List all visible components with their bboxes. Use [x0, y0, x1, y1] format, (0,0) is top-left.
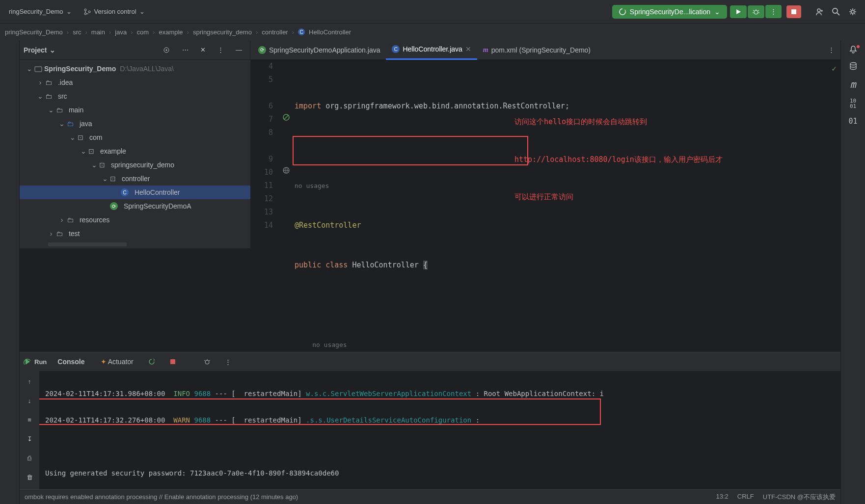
bc-com[interactable]: com: [137, 28, 149, 36]
run-tool-window: Run Console ✦ Actuator ⋮ ↑ ↓ ≡ ↧: [20, 352, 840, 489]
database-icon: [849, 62, 858, 71]
run-button[interactable]: [730, 5, 747, 18]
rerun-icon: [619, 8, 626, 15]
settings-button[interactable]: [844, 4, 861, 19]
search-everywhere-button[interactable]: [828, 4, 844, 19]
caret-position[interactable]: 13:2: [716, 493, 728, 502]
bp-debug-button[interactable]: [200, 355, 215, 369]
tree-root[interactable]: ⌄ SpringSecurity_Demo D:\JavaALL\Java\: [20, 62, 250, 76]
project-selector[interactable]: ringSecurity_Demo ⌄: [4, 5, 77, 18]
bp-rerun-button[interactable]: [144, 355, 160, 369]
tab-pom[interactable]: m pom.xml (SpringSecurity_Demo): [477, 40, 596, 60]
more-run-button[interactable]: ⋮: [765, 5, 782, 18]
binary-button[interactable]: 1001: [850, 98, 856, 109]
spring-run-icon: ⟳: [110, 202, 118, 210]
index-button[interactable]: 01: [848, 117, 857, 126]
tree-com[interactable]: ⌄⊡ com: [20, 131, 250, 144]
tree-demo[interactable]: ⌄⊡ springsecurity_demo: [20, 158, 250, 172]
generated-password-line: Using generated security password: 7123a…: [45, 469, 339, 477]
tree-hello-controller[interactable]: C HelloController: [20, 186, 250, 199]
tree-main[interactable]: ⌄🗀 main: [20, 103, 250, 117]
bug-icon: [753, 8, 759, 15]
run-configuration-selector[interactable]: SpringSecurityDe...lication ⌄: [612, 5, 727, 19]
left-tool-sidebar[interactable]: [0, 40, 20, 504]
annotation-comment: 访问这个hello接口的时候会自动跳转到 http://localhost:80…: [514, 91, 723, 229]
bc-src[interactable]: src: [73, 28, 81, 36]
stop-icon: [790, 8, 797, 15]
code-with-me-button[interactable]: [811, 4, 828, 19]
chevron-down-icon: ⌄: [714, 8, 720, 16]
console-tab[interactable]: Console: [53, 356, 89, 368]
bc-main[interactable]: main: [91, 28, 105, 36]
root-path: D:\JavaALL\Java\: [120, 65, 174, 73]
usages-hint[interactable]: no usages: [295, 182, 329, 189]
bc-java[interactable]: java: [115, 28, 127, 36]
database-button[interactable]: [849, 62, 858, 71]
tree-resources[interactable]: ›🗀 resources: [20, 213, 250, 227]
class-icon: C: [121, 188, 129, 196]
console-output[interactable]: 2024-02-11T14:17:31.986+08:00 INFO 9688 …: [39, 371, 840, 489]
svg-point-6: [833, 8, 838, 13]
debug-button[interactable]: [748, 5, 764, 18]
scroll-down-button[interactable]: ↓: [24, 394, 35, 407]
chevron-down-icon[interactable]: ⌄: [50, 46, 55, 54]
scroll-up-button[interactable]: ↑: [24, 375, 35, 388]
tree-java[interactable]: ⌄🗀 java: [20, 117, 250, 131]
code-editor[interactable]: 4 5 6 7 8 9 10 11 12 13 14: [250, 60, 840, 352]
tree-src[interactable]: ⌄🗀 src: [20, 89, 250, 103]
notifications-button[interactable]: [849, 45, 858, 54]
bp-more-button[interactable]: ⋮: [221, 355, 235, 369]
usages-hint[interactable]: no usages: [312, 341, 347, 348]
tree-app-class[interactable]: ⟳ SpringSecurityDemoA: [20, 199, 250, 213]
soft-wrap-button[interactable]: ≡: [24, 413, 35, 426]
scroll-to-end-button[interactable]: ↧: [23, 432, 36, 446]
expand-all-button[interactable]: ⋯: [178, 43, 192, 57]
svg-point-3: [754, 10, 758, 14]
tree-example[interactable]: ⌄⊡ example: [20, 144, 250, 158]
bp-stop-button[interactable]: [165, 355, 180, 368]
top-title-bar: ringSecurity_Demo ⌄ Version control ⌄ Sp…: [0, 0, 865, 24]
project-panel-header: Project ⌄ ⋯ ✕ ⋮ —: [20, 40, 250, 60]
print-button[interactable]: ⎙: [24, 451, 35, 465]
tree-test[interactable]: ›🗀 test: [20, 227, 250, 240]
bc-demo[interactable]: springsecurity_demo: [193, 28, 252, 36]
editor-tabs-options[interactable]: ⋮: [824, 43, 838, 56]
clear-button[interactable]: 🗑: [23, 471, 37, 484]
tree-controller[interactable]: ⌄⊡ controller: [20, 172, 250, 186]
collapse-all-button[interactable]: ✕: [196, 43, 210, 57]
project-tree[interactable]: ⌄ SpringSecurity_Demo D:\JavaALL\Java\ ›…: [20, 60, 250, 248]
gutter-no-entry-icon[interactable]: [282, 113, 291, 122]
console-side-actions: ↑ ↓ ≡ ↧ ⎙ 🗑: [20, 371, 39, 489]
tree-idea[interactable]: ›🗀 .idea: [20, 76, 250, 89]
stop-button[interactable]: [786, 5, 801, 18]
bc-project[interactable]: pringSecurity_Demo: [5, 28, 63, 36]
root-label: SpringSecurity_Demo: [44, 65, 116, 73]
bc-file[interactable]: HelloController: [309, 28, 351, 36]
tree-scrollbar[interactable]: [48, 242, 127, 246]
line-separator[interactable]: CRLF: [737, 493, 754, 502]
bc-example[interactable]: example: [159, 28, 183, 36]
version-control-selector[interactable]: Version control ⌄: [79, 5, 150, 19]
status-message[interactable]: ombok requires enabled annotation proces…: [25, 493, 298, 501]
close-tab-button[interactable]: ✕: [465, 45, 471, 53]
tab-hello-controller[interactable]: C HelloController.java ✕: [386, 40, 477, 60]
project-panel-title: Project: [24, 46, 47, 54]
file-encoding[interactable]: UTF-CSDN @不应该执爱: [763, 493, 836, 502]
module-icon: [34, 65, 42, 72]
status-bar: ombok requires enabled annotation proces…: [20, 489, 840, 504]
gutter-web-icon[interactable]: [282, 166, 291, 175]
svg-point-2: [88, 11, 90, 13]
bell-icon: [849, 45, 858, 54]
inspection-ok-icon[interactable]: ✓: [832, 62, 837, 75]
select-opened-file-button[interactable]: [159, 43, 174, 57]
hide-panel-button[interactable]: —: [232, 43, 246, 57]
actuator-tab[interactable]: ✦ Actuator: [96, 356, 138, 368]
spring-icon: ✦: [101, 358, 107, 366]
chevron-down-icon: ⌄: [66, 8, 72, 15]
bc-controller[interactable]: controller: [262, 28, 288, 36]
editor-tabs: ⟳ SpringSecurityDemoApplication.java C H…: [250, 40, 840, 60]
tab-app[interactable]: ⟳ SpringSecurityDemoApplication.java: [252, 40, 386, 60]
svg-rect-10: [35, 67, 42, 72]
panel-options-button[interactable]: ⋮: [214, 43, 228, 57]
maven-button[interactable]: m: [850, 79, 856, 90]
